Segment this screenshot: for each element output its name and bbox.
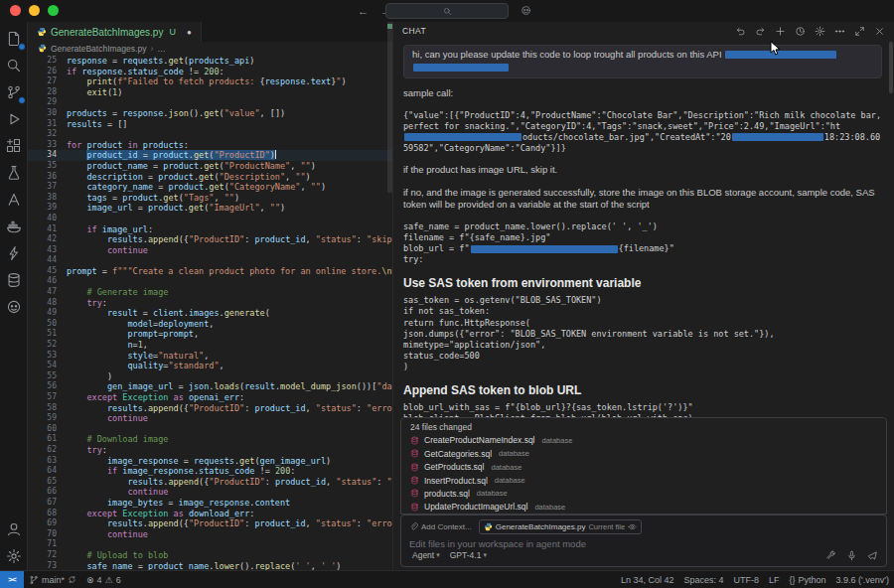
- line-number[interactable]: 29: [28, 97, 67, 108]
- code-line[interactable]: 29: [28, 97, 392, 108]
- minimize-window-button[interactable]: [29, 5, 40, 16]
- line-number[interactable]: 43: [28, 245, 67, 256]
- line-number[interactable]: 51: [28, 329, 67, 340]
- tab-generatebatchimages[interactable]: GenerateBatchImages.py U ●: [28, 22, 202, 42]
- code-line[interactable]: 66 continue: [28, 487, 392, 498]
- code-text[interactable]: if image_url:: [67, 224, 392, 235]
- code-line[interactable]: 39 image_url = product.get("ImageUrl", "…: [28, 203, 392, 214]
- code-text[interactable]: if image_response.status_code != 200:: [67, 466, 392, 477]
- code-text[interactable]: tags = product.get("Tags", ""): [67, 193, 392, 204]
- code-text[interactable]: image_bytes = image_response.content: [67, 498, 392, 509]
- line-number[interactable]: 64: [28, 466, 67, 477]
- line-number[interactable]: 68: [28, 509, 67, 519]
- code-text[interactable]: exit(1): [67, 87, 392, 98]
- activity-bar-item-extensions[interactable]: [2, 134, 26, 158]
- code-line[interactable]: 40: [28, 214, 392, 224]
- line-number[interactable]: 61: [28, 434, 67, 445]
- code-text[interactable]: results.append({"ProductID": product_id,…: [67, 518, 392, 529]
- code-text[interactable]: except Exception as download_err:: [67, 509, 392, 519]
- code-text[interactable]: for product in products:: [67, 140, 392, 151]
- code-line[interactable]: 46: [28, 276, 392, 287]
- line-number[interactable]: 60: [28, 424, 67, 435]
- code-text[interactable]: response = requests.get(products_api): [67, 56, 392, 67]
- line-number[interactable]: 49: [28, 308, 67, 319]
- code-line[interactable]: 45prompt = f"""Create a clean product ph…: [28, 266, 392, 277]
- activity-bar-item-database[interactable]: [2, 268, 26, 292]
- breadcrumb-more[interactable]: …: [157, 44, 166, 54]
- code-line[interactable]: 34 product_id = product.get("ProductID"): [28, 150, 392, 161]
- line-number[interactable]: 25: [28, 56, 67, 67]
- code-text[interactable]: [67, 424, 392, 435]
- line-number[interactable]: 54: [28, 361, 67, 371]
- code-line[interactable]: 35 product_name = product.get("ProductNa…: [28, 161, 392, 172]
- zoom-window-button[interactable]: [48, 5, 59, 16]
- code-line[interactable]: 71: [28, 539, 392, 550]
- code-line[interactable]: 48 try:: [28, 298, 392, 309]
- line-number[interactable]: 69: [28, 518, 67, 529]
- line-number[interactable]: 48: [28, 298, 67, 309]
- copilot-titlebar-icon[interactable]: [521, 5, 531, 16]
- activity-bar-item-search[interactable]: [2, 54, 26, 77]
- chat-expand-button[interactable]: [853, 25, 865, 37]
- code-line[interactable]: 47 # Generate image: [28, 287, 392, 298]
- code-text[interactable]: model=deployment,: [67, 319, 392, 330]
- changed-file-row[interactable]: products.sqldatabase: [401, 487, 886, 500]
- close-window-button[interactable]: [10, 5, 21, 16]
- line-number[interactable]: 47: [28, 287, 67, 298]
- code-line[interactable]: 53 style="natural",: [28, 351, 392, 362]
- code-text[interactable]: continue: [67, 413, 392, 424]
- code-text[interactable]: # Download image: [67, 434, 392, 445]
- activity-bar-item-run-debug[interactable]: [2, 107, 26, 131]
- code-text[interactable]: results = []: [67, 119, 392, 130]
- code-text[interactable]: # Generate image: [67, 287, 392, 298]
- code-line[interactable]: 58 results.append({"ProductID": product_…: [28, 403, 392, 414]
- code-text[interactable]: category_name = product.get("CategoryNam…: [67, 182, 392, 193]
- code-line[interactable]: 30products = response.json().get("value"…: [28, 108, 392, 119]
- code-text[interactable]: [67, 539, 392, 550]
- code-text[interactable]: quality="standard",: [67, 361, 392, 371]
- line-number[interactable]: 52: [28, 340, 67, 351]
- code-text[interactable]: [67, 97, 392, 108]
- code-line[interactable]: 59 continue: [28, 413, 392, 424]
- code-line[interactable]: 64 if image_response.status_code != 200:: [28, 466, 392, 477]
- code-line[interactable]: 52 n=1,: [28, 340, 392, 351]
- code-line[interactable]: 31results = []: [28, 119, 392, 130]
- code-text[interactable]: image_url = product.get("ImageUrl", ""): [67, 203, 392, 214]
- line-number[interactable]: 55: [28, 371, 67, 382]
- activity-bar-item-source-control[interactable]: [2, 80, 26, 104]
- line-number[interactable]: 26: [28, 67, 67, 77]
- line-number[interactable]: 44: [28, 255, 67, 266]
- code-line[interactable]: 44: [28, 255, 392, 266]
- activity-bar-item-copilot[interactable]: [2, 295, 26, 319]
- chat-input-box[interactable]: Add Context... GenerateBatchImages.py Cu…: [400, 514, 887, 567]
- code-line[interactable]: 57 except Exception as openai_err:: [28, 392, 392, 403]
- nav-back-button[interactable]: ←: [358, 5, 369, 17]
- tools-button[interactable]: [825, 550, 836, 561]
- changed-file-row[interactable]: GetProducts.sqldatabase: [401, 460, 886, 473]
- code-text[interactable]: prompt = f"""Create a clean product phot…: [67, 266, 392, 277]
- line-number[interactable]: 37: [28, 182, 67, 193]
- code-line[interactable]: 62 try:: [28, 445, 392, 456]
- chat-input-placeholder[interactable]: Edit files in your workspace in agent mo…: [409, 538, 878, 549]
- code-line[interactable]: 51 prompt=prompt,: [28, 329, 392, 340]
- code-text[interactable]: results.append({"ProductID": product_id,…: [67, 403, 392, 414]
- model-picker[interactable]: GPT-4.1▾: [447, 549, 490, 561]
- code-line[interactable]: 28 exit(1): [28, 87, 392, 98]
- context-file-chip[interactable]: GenerateBatchImages.py Current file: [479, 519, 642, 534]
- code-line[interactable]: 67 image_bytes = image_response.content: [28, 498, 392, 509]
- line-number[interactable]: 35: [28, 161, 67, 172]
- changed-file-row[interactable]: UpdateProductImageUrl.sqldatabase: [401, 501, 886, 514]
- line-number[interactable]: 70: [28, 529, 67, 540]
- line-number[interactable]: 63: [28, 456, 67, 467]
- code-text[interactable]: n=1,: [67, 340, 392, 351]
- code-line[interactable]: 33for product in products:: [28, 140, 392, 151]
- activity-bar-item-explorer[interactable]: [2, 27, 26, 51]
- line-number[interactable]: 38: [28, 193, 67, 204]
- line-number[interactable]: 58: [28, 403, 67, 414]
- chat-settings-gear-button[interactable]: [814, 25, 825, 37]
- code-text[interactable]: results.append({"ProductID": product_id,…: [67, 477, 392, 488]
- command-center-search[interactable]: [385, 3, 509, 19]
- code-line[interactable]: 41 if image_url:: [28, 224, 392, 235]
- code-text[interactable]: continue: [67, 245, 392, 256]
- line-number[interactable]: 71: [28, 539, 67, 550]
